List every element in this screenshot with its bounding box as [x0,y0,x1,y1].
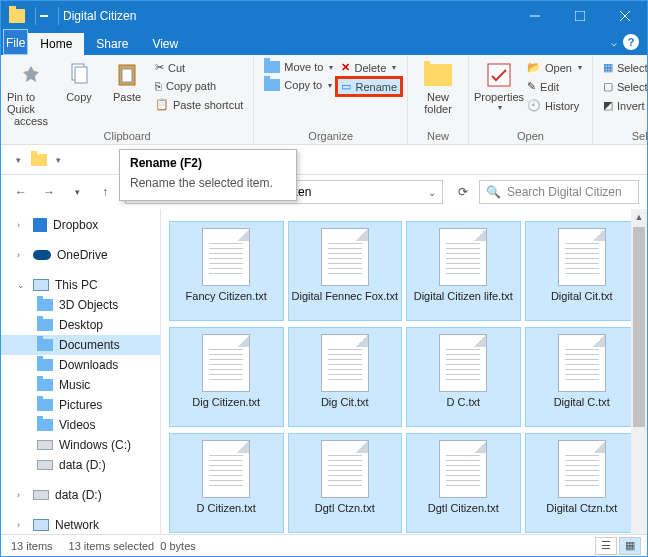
file-item[interactable]: Fancy Citizen.txt [169,221,284,321]
file-name: D C.txt [446,396,480,422]
folder-icon [37,399,53,411]
file-name: Digital Fennec Fox.txt [292,290,398,316]
file-item[interactable]: Dgtl Citizen.txt [406,433,521,533]
sidebar-item-documents[interactable]: Documents [1,335,160,355]
search-icon: 🔍 [486,185,501,199]
tooltip-body: Rename the selected item. [130,176,286,190]
copy-button[interactable]: Copy [55,57,103,103]
sidebar-item-desktop[interactable]: Desktop [1,315,160,335]
sidebar-item-data-d2[interactable]: ›data (D:) [1,485,160,505]
file-item[interactable]: D Citizen.txt [169,433,284,533]
rename-icon: ▭ [341,80,351,93]
text-file-icon [558,228,606,286]
scrollbar[interactable]: ▲ ▼ [631,209,647,557]
maximize-button[interactable] [557,1,602,31]
back-button[interactable]: ← [9,180,33,204]
file-name: Digital Cit.txt [551,290,613,316]
svg-rect-1 [575,11,585,21]
view-icons-button[interactable]: ▦ [619,537,641,555]
history-button[interactable]: 🕘History [523,97,586,114]
file-name: Dig Cit.txt [321,396,369,422]
refresh-button[interactable]: ⟳ [451,180,475,204]
file-item[interactable]: Digital C.txt [525,327,640,427]
paste-shortcut-button[interactable]: 📋Paste shortcut [151,96,247,113]
dropbox-icon [33,218,47,232]
scroll-thumb[interactable] [633,227,645,427]
sidebar-item-music[interactable]: Music [1,375,160,395]
select-none-button[interactable]: ▢Select none [599,78,648,95]
paste-button[interactable]: Paste [103,57,151,103]
help-button[interactable]: ? [623,34,639,50]
nav-dropdown-button[interactable]: ▾ [7,149,29,171]
sidebar-item-network[interactable]: ›Network [1,515,160,535]
pin-to-quick-access-button[interactable]: Pin to Quickaccess [7,57,55,127]
sidebar-item-thispc[interactable]: ⌄This PC [1,275,160,295]
onedrive-icon [33,250,51,260]
copy-to-button[interactable]: Copy to▾ [260,77,337,93]
delete-icon: ✕ [341,61,350,74]
sidebar-item-onedrive[interactable]: ›OneDrive [1,245,160,265]
file-item[interactable]: Dgtl Ctzn.txt [288,433,403,533]
file-item[interactable]: Digital Citizen life.txt [406,221,521,321]
file-item[interactable]: Dig Citizen.txt [169,327,284,427]
tab-share[interactable]: Share [84,33,140,55]
sidebar-item-pictures[interactable]: Pictures [1,395,160,415]
select-all-button[interactable]: ▦Select all [599,59,648,76]
sidebar-item-dropbox[interactable]: ›Dropbox [1,215,160,235]
status-bar: 13 items 13 items selected 0 bytes ☰ ▦ [1,534,647,556]
text-file-icon [202,228,250,286]
text-file-icon [439,440,487,498]
up-button[interactable]: ↑ [93,180,117,204]
quick-address-bar: ▾ ▾ [1,145,647,175]
move-to-button[interactable]: Move to▾ [260,59,337,75]
tab-view[interactable]: View [140,33,190,55]
rename-button[interactable]: ▭Rename [337,78,401,95]
file-item[interactable]: Digital Fennec Fox.txt [288,221,403,321]
file-item[interactable]: Digital Ctzn.txt [525,433,640,533]
qat-overflow[interactable]: ▾ [47,149,69,171]
close-button[interactable] [602,1,647,31]
sidebar-item-videos[interactable]: Videos [1,415,160,435]
group-select: ▦Select all ▢Select none ◩Invert selecti… [593,55,648,144]
sidebar-item-windows-c[interactable]: Windows (C:) [1,435,160,455]
new-folder-button[interactable]: Newfolder [414,57,462,115]
pin-icon [20,64,42,86]
properties-button[interactable]: Properties▾ [475,57,523,112]
collapse-ribbon-icon[interactable]: ⌵ [611,37,617,48]
view-details-button[interactable]: ☰ [595,537,617,555]
edit-button[interactable]: ✎Edit [523,78,586,95]
drive-icon [37,460,53,470]
scroll-up-button[interactable]: ▲ [631,209,647,225]
open-button[interactable]: 📂Open▾ [523,59,586,76]
chevron-down-icon[interactable]: ⌄ [428,187,436,198]
file-item[interactable]: D C.txt [406,327,521,427]
cut-button[interactable]: ✂Cut [151,59,247,76]
copy-path-button[interactable]: ⎘Copy path [151,78,247,94]
navigation-pane: ›Dropbox ›OneDrive ⌄This PC 3D Objects D… [1,209,161,557]
tooltip-rename: Rename (F2) Rename the selected item. [119,149,297,201]
copy-to-icon [264,79,280,91]
recent-locations-button[interactable]: ▾ [65,180,89,204]
sidebar-item-3dobjects[interactable]: 3D Objects [1,295,160,315]
invert-selection-button[interactable]: ◩Invert selection [599,97,648,114]
tab-file[interactable]: File [3,29,28,55]
tab-home[interactable]: Home [28,33,84,55]
file-name: Digital C.txt [554,396,610,422]
file-list[interactable]: Fancy Citizen.txtDigital Fennec Fox.txtD… [161,209,647,557]
folder-icon [37,339,53,351]
file-item[interactable]: Digital Cit.txt [525,221,640,321]
folder-icon [9,9,25,23]
sidebar-item-downloads[interactable]: Downloads [1,355,160,375]
delete-button[interactable]: ✕Delete▾ [337,59,401,76]
ribbon: Pin to Quickaccess Copy Paste ✂Cut ⎘Copy… [1,55,647,145]
minimize-button[interactable] [512,1,557,31]
properties-icon [486,62,512,88]
file-item[interactable]: Dig Cit.txt [288,327,403,427]
invert-icon: ◩ [603,99,613,112]
search-input[interactable]: 🔍 Search Digital Citizen [479,180,639,204]
text-file-icon [439,334,487,392]
sidebar-item-data-d[interactable]: data (D:) [1,455,160,475]
forward-button[interactable]: → [37,180,61,204]
text-file-icon [321,440,369,498]
copy-icon [68,62,90,88]
